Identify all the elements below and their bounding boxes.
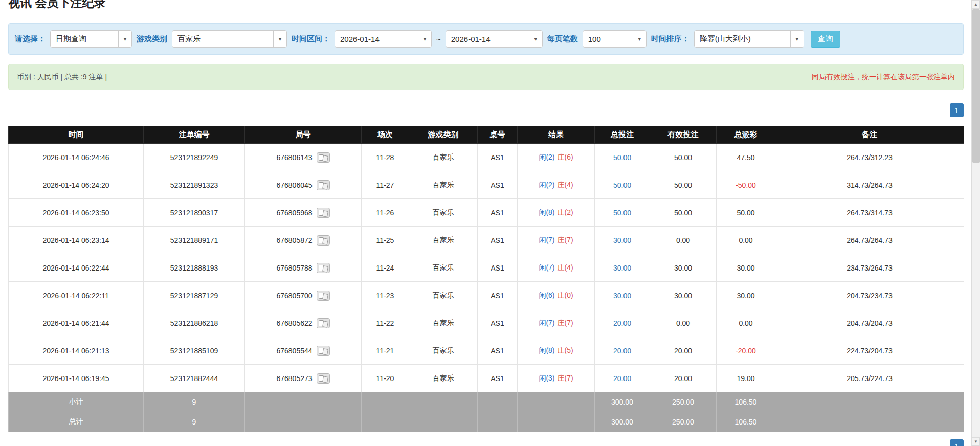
table-no: AS1 xyxy=(478,199,518,227)
date-from-select[interactable]: 2026-01-14 ▾ xyxy=(335,30,432,48)
total-bet-cell: 20.00 xyxy=(595,309,650,337)
game-type: 百家乐 xyxy=(409,309,478,337)
replay-icon[interactable] xyxy=(317,263,330,273)
total-bet-link[interactable]: 20.00 xyxy=(613,319,631,327)
round-cell: 676805544 xyxy=(245,337,362,365)
pagination-top: 1 xyxy=(8,103,964,117)
col-result: 结果 xyxy=(518,126,595,144)
table-row: 2026-01-14 06:24:20 523121891323 6768060… xyxy=(9,171,964,199)
scroll-up-icon[interactable]: ▲ xyxy=(972,0,980,9)
replay-icon[interactable] xyxy=(317,208,330,218)
total-bet-link[interactable]: 20.00 xyxy=(613,374,631,383)
result-banker: 庄(4) xyxy=(558,263,573,272)
payout: 47.50 xyxy=(717,144,775,171)
session: 11-22 xyxy=(362,309,409,337)
table-row: 2026-01-14 06:19:45 523121882444 6768052… xyxy=(9,365,964,392)
result-banker: 庄(2) xyxy=(558,208,573,216)
query-type-value: 日期查询 xyxy=(51,31,118,47)
subtotal-total-bet: 300.00 xyxy=(595,392,650,412)
total-bet-link[interactable]: 50.00 xyxy=(613,181,631,189)
result-cell: 闲(7)庄(4) xyxy=(518,254,595,282)
note: 264.73/314.73 xyxy=(775,199,964,227)
total-total-bet: 300.00 xyxy=(595,412,650,432)
table-row: 2026-01-14 06:24:46 523121892249 6768061… xyxy=(9,144,964,171)
page-1-button-bottom[interactable]: 1 xyxy=(950,439,964,446)
result-cell: 闲(6)庄(0) xyxy=(518,282,595,309)
round-cell: 676805273 xyxy=(245,365,362,392)
summary-text: 币别 : 人民币 | 总共 :9 注单 | xyxy=(17,73,107,82)
time-range-label: 时间区间： xyxy=(292,34,330,44)
table-no: AS1 xyxy=(478,227,518,254)
search-button[interactable]: 查询 xyxy=(811,31,840,48)
bet-records-table: 时间 注单编号 局号 场次 游戏类别 桌号 结果 总投注 有效投注 总派彩 备注… xyxy=(8,126,964,432)
table-no: AS1 xyxy=(478,309,518,337)
round-id: 676805700 xyxy=(276,292,312,300)
game-type: 百家乐 xyxy=(409,171,478,199)
result-player: 闲(3) xyxy=(539,374,554,382)
total-bet-link[interactable]: 20.00 xyxy=(613,347,631,355)
query-type-label: 请选择： xyxy=(15,34,46,44)
result-cell: 闲(2)庄(6) xyxy=(518,144,595,171)
page-size-select[interactable]: 100 ▾ xyxy=(583,30,647,48)
game-type-select[interactable]: 百家乐 ▾ xyxy=(172,30,287,48)
replay-icon[interactable] xyxy=(317,373,330,384)
bet-id: 523121890317 xyxy=(144,199,245,227)
result-banker: 庄(5) xyxy=(558,346,573,354)
date-separator: ~ xyxy=(436,35,441,43)
total-bet-link[interactable]: 30.00 xyxy=(613,292,631,300)
session: 11-27 xyxy=(362,171,409,199)
replay-icon[interactable] xyxy=(317,318,330,328)
table-row: 2026-01-14 06:22:44 523121888193 6768057… xyxy=(9,254,964,282)
round-cell: 676805872 xyxy=(245,227,362,254)
total-label: 总计 xyxy=(9,412,144,432)
table-no: AS1 xyxy=(478,282,518,309)
session: 11-28 xyxy=(362,144,409,171)
result-cell: 闲(7)庄(7) xyxy=(518,227,595,254)
pagination-bottom: 1 xyxy=(8,439,964,446)
replay-icon[interactable] xyxy=(317,152,330,163)
note: 264.73/264.73 xyxy=(775,227,964,254)
total-bet-link[interactable]: 30.00 xyxy=(613,264,631,272)
date-to-select[interactable]: 2026-01-14 ▾ xyxy=(446,30,543,48)
bet-id: 523121886218 xyxy=(144,309,245,337)
game-type: 百家乐 xyxy=(409,199,478,227)
bet-id: 523121892249 xyxy=(144,144,245,171)
valid-bet: 30.00 xyxy=(650,282,717,309)
round-id: 676805273 xyxy=(276,374,312,383)
total-bet-link[interactable]: 30.00 xyxy=(613,236,631,244)
page-1-button[interactable]: 1 xyxy=(950,103,964,117)
result-player: 闲(2) xyxy=(539,181,554,189)
total-bet-link[interactable]: 50.00 xyxy=(613,209,631,217)
scroll-down-icon[interactable]: ▼ xyxy=(972,437,980,446)
col-session: 场次 xyxy=(362,126,409,144)
query-type-select[interactable]: 日期查询 ▾ xyxy=(50,30,132,48)
session: 11-24 xyxy=(362,254,409,282)
game-type: 百家乐 xyxy=(409,254,478,282)
total-bet-link[interactable]: 50.00 xyxy=(613,153,631,162)
replay-icon[interactable] xyxy=(317,291,330,301)
game-type: 百家乐 xyxy=(409,227,478,254)
total-bet-cell: 30.00 xyxy=(595,254,650,282)
game-type-value: 百家乐 xyxy=(172,31,273,47)
valid-bet: 50.00 xyxy=(650,199,717,227)
sort-select[interactable]: 降幂(由大到小) ▾ xyxy=(694,30,804,48)
subtotal-label: 小计 xyxy=(9,392,144,412)
bet-id: 523121887129 xyxy=(144,282,245,309)
table-row: 2026-01-14 06:23:50 523121890317 6768059… xyxy=(9,199,964,227)
scrollbar-thumb[interactable] xyxy=(972,9,980,163)
total-bet-cell: 50.00 xyxy=(595,171,650,199)
col-table-no: 桌号 xyxy=(478,126,518,144)
total-count: 9 xyxy=(144,412,245,432)
table-no: AS1 xyxy=(478,337,518,365)
table-no: AS1 xyxy=(478,144,518,171)
page-title: 视讯 会员下注纪录 xyxy=(8,0,964,11)
round-id: 676805872 xyxy=(276,236,312,244)
date-to-value: 2026-01-14 xyxy=(446,31,529,47)
replay-icon[interactable] xyxy=(317,180,330,190)
note: 204.73/234.73 xyxy=(775,282,964,309)
note: 205.73/224.73 xyxy=(775,365,964,392)
game-type: 百家乐 xyxy=(409,365,478,392)
replay-icon[interactable] xyxy=(317,235,330,246)
replay-icon[interactable] xyxy=(317,346,330,356)
vertical-scrollbar[interactable]: ▲ ▼ xyxy=(971,0,980,446)
